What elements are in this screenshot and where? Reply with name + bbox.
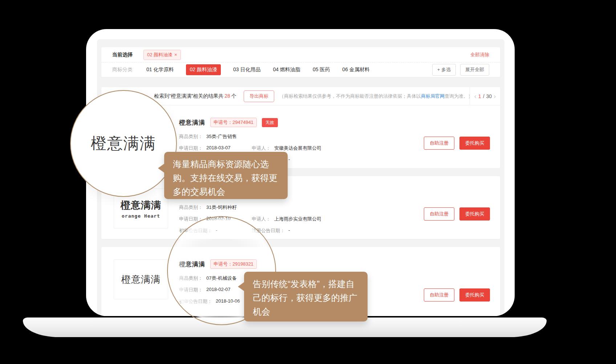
close-icon[interactable]: × (174, 52, 177, 57)
trademark-title: 橙意满满 (179, 118, 205, 127)
magnifier-circle-top: 橙意满满 (70, 90, 177, 197)
results-summary: 检索到“橙意满满”相关的结果共28个 (154, 93, 236, 100)
selected-category-tag-label: 02 颜料油漆 (147, 52, 173, 58)
tab-05-medicine[interactable]: 05 医药 (313, 66, 330, 73)
results-count: 28 (223, 93, 231, 99)
magnified-trademark-text: 橙意满满 (91, 133, 156, 154)
tooltip-arrow-icon (158, 163, 165, 173)
export-trademarks-button[interactable]: 导出商标 (244, 90, 274, 102)
results-card-2: 橙意满满 orange Heart 橙意满满 申请号：29482153 已注册 … (101, 176, 500, 239)
status-badge: 无效 (262, 118, 278, 127)
selected-category-tag[interactable]: 02 颜料油漆 × (143, 50, 181, 60)
next-page-icon[interactable]: › (494, 93, 496, 100)
self-register-button[interactable]: 自助注册 (424, 288, 454, 302)
trademark-office-link[interactable]: 商标局官网 (421, 93, 445, 99)
self-register-button[interactable]: 自助注册 (424, 207, 454, 221)
category-value: 35类-广告销售 (206, 133, 237, 140)
trademark-image: 橙意满满 (114, 259, 168, 299)
category-value: 31类-饲料种籽 (206, 204, 237, 211)
current-selection-label: 当前选择 (112, 52, 133, 58)
results-header: 检索到“橙意满满”相关的结果共28个 导出商标 （商标检索结果仅供参考，不作为商… (101, 87, 500, 105)
expand-all-button[interactable]: 展开全部 (460, 64, 489, 76)
tooltip-arrow-icon (238, 282, 244, 291)
multi-select-button[interactable]: + 多选 (432, 64, 456, 76)
entrust-buy-button[interactable]: 委托购买 (459, 288, 490, 302)
current-selection-row: 当前选择 02 颜料油漆 × 全部清除 (101, 47, 500, 62)
current-page: 1 (478, 93, 481, 99)
results-disclaimer: （商标检索结果仅供参考，不作为商标能否注册的法律依据；具体以商标局官网查询为准。… (279, 93, 473, 100)
apply-date-value: 2018-03-07 (206, 145, 231, 151)
trademark-subtitle: orange Heart (122, 213, 160, 219)
pagination: ‹ 1 / 30 › (470, 87, 500, 105)
self-register-button[interactable]: 自助注册 (424, 137, 454, 150)
tooltip-marketplace: 海量精品商标资源随心选购。支持在线交易，获得更多的交易机会 (164, 152, 288, 199)
entrust-buy-button[interactable]: 委托购买 (459, 207, 490, 221)
tooltip-promotion: 告别传统“发表格”，搭建自己的标行，获得更多的推广机会 (244, 272, 368, 321)
table-row: 橙意满满 orange Heart 橙意满满 申请号：29482153 已注册 … (101, 176, 500, 239)
category-label: 商标分类 (112, 66, 133, 73)
clear-all-button[interactable]: 全部清除 (470, 52, 489, 58)
total-pages: 30 (486, 93, 492, 99)
tab-06-metal[interactable]: 06 金属材料 (342, 66, 369, 73)
tab-01-chemical[interactable]: 01 化学原料 (146, 66, 174, 73)
application-number-badge: 申请号：29474941 (210, 118, 257, 127)
applicant-value: 上海雨步实业有限公司 (274, 216, 321, 222)
stage: 当前选择 02 颜料油漆 × 全部清除 商标分类 01 化学原料 02 颜料油漆… (0, 0, 616, 364)
applicant-value: 安徽美达会展有限公司 (274, 145, 321, 151)
category-tabs-row: 商标分类 01 化学原料 02 颜料油漆 03 日化用品 04 燃料油脂 05 … (101, 62, 500, 77)
prev-page-icon[interactable]: ‹ (474, 93, 477, 100)
tab-04-fuel[interactable]: 04 燃料油脂 (273, 66, 300, 73)
tab-02-paint-active[interactable]: 02 颜料油漆 (186, 64, 220, 75)
filter-card: 当前选择 02 颜料油漆 × 全部清除 商标分类 01 化学原料 02 颜料油漆… (101, 47, 500, 77)
entrust-buy-button[interactable]: 委托购买 (459, 137, 490, 150)
tab-03-daily-chemical[interactable]: 03 日化用品 (233, 66, 260, 73)
